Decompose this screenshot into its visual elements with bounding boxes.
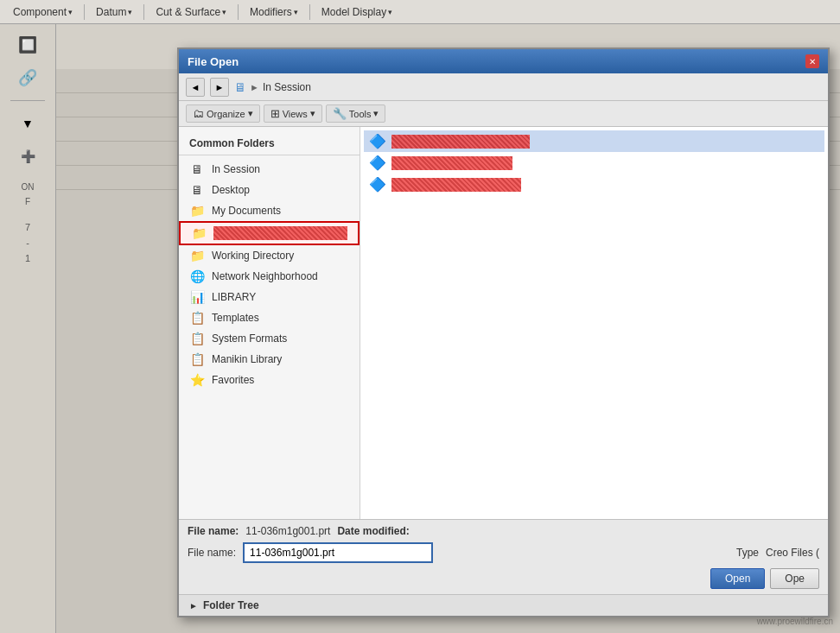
dialog-titlebar: File Open ✕ [179,49,828,73]
dialog-body: Common Folders 🖥 In Session 🖥 Desktop 📁 … [179,127,828,519]
folder-tree-label: Folder Tree [203,599,259,611]
address-path: 🖥 ► In Session [234,80,311,94]
watermark: www.proewildfire.cn [757,617,833,626]
file-label-1: REDACTED_FILENAME_1 [391,135,530,149]
model-display-arrow: ▾ [388,8,392,16]
nav-item-in-session[interactable]: 🖥 In Session [179,159,360,180]
nav-item-favorites[interactable]: ⭐ Favorites [179,370,360,390]
nav-item-network-neighborhood[interactable]: 🌐 Network Neighborhood [179,266,360,287]
sidebar-icon-1[interactable]: 🔲 [14,31,41,59]
my-documents-icon: 📁 [189,204,205,218]
file-name-input-label: File name: [188,547,236,559]
sidebar-number-1: 1 [25,253,30,263]
redacted-icon: 📁 [191,226,207,240]
file-label-3: REDACTED_FILENAME_3 [391,178,521,192]
folder-tree-arrow: ► [189,601,198,611]
working-directory-label: Working Directory [212,250,349,262]
nav-section-title: Common Folders [179,134,360,155]
path-location: In Session [263,81,311,93]
nav-item-manikin-library[interactable]: 📋 Manikin Library [179,349,360,370]
my-documents-label: My Documents [212,205,349,217]
toolbar-sep-3 [238,4,239,20]
organize-label: Organize [207,109,245,119]
file-name-info-label: File name: [188,525,239,537]
component-menu[interactable]: Component ▾ [7,3,79,21]
monitor-icon: 🖥 [234,80,246,94]
datum-arrow: ▾ [128,8,132,16]
toolbar-sep-1 [84,4,85,20]
dialog-nav-panel: Common Folders 🖥 In Session 🖥 Desktop 📁 … [179,127,360,519]
forward-button[interactable]: ► [210,78,229,97]
dialog-file-panel: 🔷 REDACTED_FILENAME_1 🔷 REDACTED_FILENAM… [360,127,828,519]
file-icon-2: 🔷 [369,155,386,171]
footer-input-row: File name: Type Creo Files ( [188,542,819,563]
in-session-icon: 🖥 [189,162,205,176]
sidebar-label-f: F [25,197,30,206]
nav-item-my-documents[interactable]: 📁 My Documents [179,200,360,221]
footer-info-row: File name: 11-036m1g001.prt Date modifie… [188,525,819,537]
datum-menu[interactable]: Datum ▾ [90,3,138,21]
views-label: Views [283,109,308,119]
path-separator: ► [250,82,259,92]
views-button[interactable]: ⊞ Views ▾ [264,104,322,123]
file-label-2: REDACTED_FILENAME_2 [391,156,512,170]
dialog-title: File Open [188,55,239,68]
network-neighborhood-label: Network Neighborhood [212,270,349,282]
type-label: Type [736,547,759,559]
app-left-sidebar: 🔲 🔗 ▼ ➕ ON F 7 - 1 [0,24,56,633]
nav-item-library[interactable]: 📊 LIBRARY [179,287,360,307]
dialog-toolbar: 🗂 Organize ▾ ⊞ Views ▾ 🔧 Tools ▾ [179,101,828,127]
file-item-3[interactable]: 🔷 REDACTED_FILENAME_3 [364,174,824,195]
organize-arrow: ▾ [248,108,253,119]
library-label: LIBRARY [212,291,349,303]
manikin-library-label: Manikin Library [212,353,349,365]
library-icon: 📊 [189,290,205,304]
system-formats-icon: 📋 [189,332,205,345]
manikin-library-icon: 📋 [189,352,205,366]
organize-icon: 🗂 [193,107,204,120]
open-button[interactable]: Open [710,568,765,589]
tools-button[interactable]: 🔧 Tools ▾ [326,104,386,123]
nav-item-system-formats[interactable]: 📋 System Formats [179,328,360,349]
nav-item-working-directory[interactable]: 📁 Working Directory [179,245,360,266]
tools-icon: 🔧 [333,107,347,120]
sidebar-icon-add[interactable]: ➕ [14,142,41,170]
file-name-input[interactable] [243,542,433,563]
nav-item-desktop[interactable]: 🖥 Desktop [179,180,360,200]
file-icon-1: 🔷 [369,133,386,149]
favorites-icon: ⭐ [189,373,205,387]
views-icon: ⊞ [270,107,280,120]
desktop-label: Desktop [212,184,349,196]
folder-tree-bar[interactable]: ► Folder Tree [179,594,828,616]
redacted-label: REDACTED [213,226,347,240]
templates-label: Templates [212,312,349,324]
dialog-close-button[interactable]: ✕ [805,54,819,68]
system-formats-label: System Formats [212,332,349,345]
sidebar-icon-2[interactable]: 🔗 [14,64,41,92]
organize-button[interactable]: 🗂 Organize ▾ [186,104,260,123]
app-top-toolbar: Component ▾ Datum ▾ Cut & Surface ▾ Modi… [0,0,840,24]
sidebar-icon-filter[interactable]: ▼ [14,110,41,137]
modifiers-menu[interactable]: Modifiers ▾ [244,3,304,21]
cut-surface-menu[interactable]: Cut & Surface ▾ [150,3,232,21]
nav-item-redacted[interactable]: 📁 REDACTED [179,221,360,245]
tools-label: Tools [349,109,372,119]
file-item-2[interactable]: 🔷 REDACTED_FILENAME_2 [364,152,824,174]
sidebar-dash-1: - [26,237,29,248]
date-modified-label: Date modified: [337,525,409,537]
sidebar-label-on: ON [22,182,35,192]
file-icon-3: 🔷 [369,176,386,193]
file-item-1[interactable]: 🔷 REDACTED_FILENAME_1 [364,130,824,152]
templates-icon: 📋 [189,311,205,325]
footer-btn-row: Open Ope [188,568,819,589]
file-open-dialog: File Open ✕ ◄ ► 🖥 ► In Session 🗂 Organiz… [177,47,830,617]
cut-surface-arrow: ▾ [222,8,226,16]
back-button[interactable]: ◄ [186,78,205,97]
tools-arrow: ▾ [373,108,379,119]
open-option-button[interactable]: Ope [770,568,819,589]
dialog-addressbar: ◄ ► 🖥 ► In Session [179,73,828,101]
model-display-menu[interactable]: Model Display ▾ [315,3,398,21]
views-arrow: ▾ [310,108,315,119]
working-directory-icon: 📁 [189,249,205,263]
nav-item-templates[interactable]: 📋 Templates [179,307,360,328]
